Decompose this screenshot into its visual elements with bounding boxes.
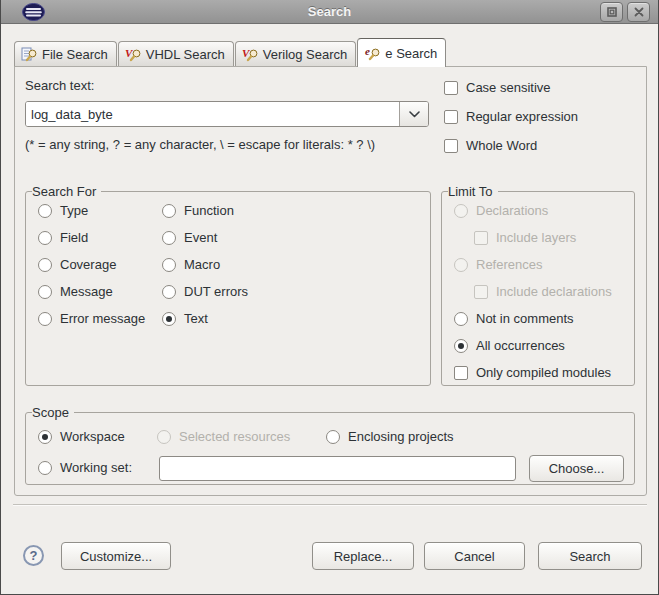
verilog-search-icon: V xyxy=(242,47,259,62)
tab-label: VHDL Search xyxy=(146,47,225,62)
window-title: Search xyxy=(308,4,351,19)
maximize-button[interactable] xyxy=(600,2,623,22)
cancel-button[interactable]: Cancel xyxy=(424,542,525,570)
tab-panel xyxy=(14,66,647,496)
vhdl-search-icon: V xyxy=(125,47,142,62)
tab-label: Verilog Search xyxy=(263,47,348,62)
help-icon[interactable]: ? xyxy=(23,545,44,566)
tab-bar: File Search V VHDL Search V Verilog Sear xyxy=(14,38,447,67)
tab-verilog-search[interactable]: V Verilog Search xyxy=(235,41,357,67)
search-dialog: Search File Search V xyxy=(0,0,659,595)
tab-label: File Search xyxy=(42,47,108,62)
titlebar[interactable]: Search xyxy=(1,0,658,24)
footer-separator xyxy=(13,504,647,506)
tab-vhdl-search[interactable]: V VHDL Search xyxy=(118,41,234,67)
e-search-icon: e xyxy=(364,46,381,61)
tab-label: e Search xyxy=(385,46,437,61)
svg-text:e: e xyxy=(365,46,370,57)
eclipse-logo-icon xyxy=(22,3,45,21)
tab-file-search[interactable]: File Search xyxy=(14,41,117,67)
search-button[interactable]: Search xyxy=(538,542,642,570)
file-search-icon xyxy=(21,47,38,62)
replace-button[interactable]: Replace... xyxy=(312,542,414,570)
customize-button[interactable]: Customize... xyxy=(61,542,171,570)
close-button[interactable] xyxy=(627,2,650,22)
tab-e-search[interactable]: e e Search xyxy=(357,38,446,67)
